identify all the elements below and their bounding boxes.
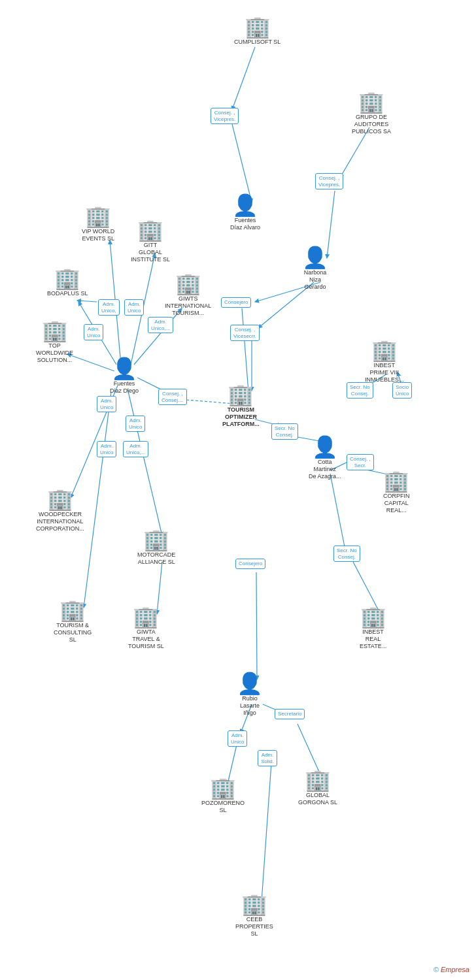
building-icon-inbest-prime: 🏢: [371, 340, 398, 361]
badge-consej-vicepres-1[interactable]: Consej. ,Vicepres.: [211, 108, 239, 124]
node-tourism-optimizer[interactable]: 🏢 TOURISMOPTIMIZERPLATFORM...: [222, 384, 260, 427]
svg-line-13: [67, 354, 114, 371]
graph-container: 🏢 CUMPLISOFT SL 🏢 GRUPO DEAUDITORESPUBLI…: [0, 0, 476, 980]
label-inbest-real: INBESTREALESTATE...: [360, 629, 386, 649]
building-icon-woodpecker: 🏢: [47, 489, 73, 510]
label-ceeb-properties: CEEBPROPERTIESSL: [235, 916, 273, 937]
label-global-gorgona: GLOBALGORGONA SL: [298, 792, 337, 806]
label-pozomoreno: POZOMORENOSL: [201, 800, 245, 814]
node-inbest-real[interactable]: 🏢 INBESTREALESTATE...: [360, 606, 386, 649]
node-ceeb-properties[interactable]: 🏢 CEEBPROPERTIESSL: [235, 894, 273, 937]
building-icon-motorcade: 🏢: [143, 529, 169, 550]
watermark-brand: Empresa: [441, 966, 469, 973]
badge-secr-no-consej-3[interactable]: Secr. NoConsej.: [333, 546, 360, 562]
node-vip-world[interactable]: 🏢 VIP WORLDEVENTS SL: [82, 206, 114, 242]
label-woodpecker: WOODPECKERINTERNATIONALCORPORATION...: [36, 511, 84, 532]
badge-secr-no-consej-2[interactable]: Secr. NoConsej.: [347, 382, 373, 399]
svg-line-18: [84, 392, 111, 608]
label-tourism-consulting: TOURISM &CONSULTINGSL: [54, 622, 92, 643]
node-giwta-travel[interactable]: 🏢 GIWTATRAVEL &TOURISM SL: [128, 606, 164, 649]
svg-line-11: [77, 301, 97, 302]
node-global-gorgona[interactable]: 🏢 GLOBALGORGONA SL: [298, 770, 337, 806]
watermark: © Empresa: [434, 966, 469, 973]
badge-adm-unico-6[interactable]: Adm.Unico: [126, 416, 145, 432]
building-icon-global-gorgona: 🏢: [305, 770, 331, 791]
label-cotta-martinez: CottaMartinezDe Azagra...: [309, 459, 341, 480]
node-rubio-lasarte[interactable]: 👤 RubioLasarteIñigo: [237, 673, 263, 716]
svg-line-5: [242, 308, 248, 392]
badge-adm-unico-8[interactable]: Adm.Unico,...: [123, 441, 148, 457]
svg-line-17: [128, 389, 162, 536]
node-cotta-martinez[interactable]: 👤 CottaMartinezDe Azagra...: [309, 436, 341, 480]
person-icon-cotta-martinez: 👤: [312, 436, 338, 457]
building-icon-giwta-travel: 🏢: [133, 606, 159, 627]
label-bodaplus: BODAPLUS SL: [47, 290, 88, 297]
node-fuentes-diego[interactable]: 👤 FuentesDiaz Diego: [110, 358, 139, 395]
svg-line-2: [340, 127, 369, 178]
label-motorcade: MOTORCADEALLIANCE SL: [137, 551, 175, 566]
person-icon-narbona: 👤: [302, 247, 328, 268]
building-icon-inbest-real: 🏢: [360, 606, 386, 627]
node-cumplisoft[interactable]: 🏢 CUMPLISOFT SL: [234, 16, 280, 46]
node-grupo-auditores[interactable]: 🏢 GRUPO DEAUDITORESPUBLICOS SA: [352, 91, 391, 135]
node-bodaplus[interactable]: 🏢 BODAPLUS SL: [47, 268, 88, 297]
building-icon-grupo-auditores: 🏢: [358, 91, 384, 112]
label-corpfin: CORPFINCAPITALREAL...: [383, 493, 410, 514]
node-woodpecker[interactable]: 🏢 WOODPECKERINTERNATIONALCORPORATION...: [36, 489, 84, 532]
building-icon-cumplisoft: 🏢: [245, 16, 271, 37]
badge-adm-solid[interactable]: Adm.Solid.: [258, 750, 277, 766]
node-giwts[interactable]: 🏢 GIWTSINTERNATIONALTOURISM...: [165, 273, 211, 316]
badge-consej-secr[interactable]: Consej. ,Secr.: [347, 454, 374, 470]
label-fuentes-alvaro: FuentesDíaz Alvaro: [230, 217, 260, 231]
badge-adm-unico-1[interactable]: Adm.Unico,: [98, 299, 120, 316]
svg-line-26: [330, 474, 345, 550]
building-icon-bodaplus: 🏢: [54, 268, 80, 289]
svg-line-32: [262, 763, 271, 902]
building-icon-top-worldwide: 🏢: [42, 320, 68, 341]
badge-adm-unico-rubio[interactable]: Adm.Unico: [228, 730, 247, 747]
badge-consej-vicesecr[interactable]: Consej. ,Vicesecrr.: [230, 325, 260, 341]
badge-socio-unico[interactable]: SocioÚnico: [392, 382, 412, 399]
badge-adm-unico-2[interactable]: Adm.Unico: [124, 299, 144, 316]
label-vip-world: VIP WORLDEVENTS SL: [82, 228, 114, 242]
node-gitt-global[interactable]: 🏢 GITTGLOBALINSTITUTE SL: [131, 220, 170, 263]
node-motorcade[interactable]: 🏢 MOTORCADEALLIANCE SL: [137, 529, 175, 566]
label-top-worldwide: TOPWORLDWIDESOLUTION...: [36, 342, 73, 363]
badge-consej-consej[interactable]: Consej. ,Consej....: [158, 389, 187, 405]
badge-adm-unico-4[interactable]: Adm.Unico,...: [148, 317, 173, 333]
node-inbest-prime[interactable]: 🏢 INBESTPRIME VIIIINMUEBLES...: [365, 340, 404, 383]
person-icon-fuentes-alvaro: 👤: [232, 195, 258, 216]
label-giwta-travel: GIWTATRAVEL &TOURISM SL: [128, 629, 164, 649]
node-corpfin[interactable]: 🏢 CORPFINCAPITALREAL...: [383, 470, 410, 514]
badge-consejero-2[interactable]: Consejero: [235, 559, 265, 569]
badge-adm-unico-7[interactable]: Adm.Unico: [97, 441, 116, 457]
building-icon-pozomoreno: 🏢: [210, 777, 236, 798]
label-narbona: NarbonaNizaGerardo: [304, 269, 327, 290]
svg-line-28: [256, 572, 257, 679]
building-icon-gitt-global: 🏢: [137, 220, 163, 240]
badge-secretario[interactable]: Secretario: [275, 709, 305, 719]
label-tourism-optimizer: TOURISMOPTIMIZERPLATFORM...: [222, 406, 260, 427]
building-icon-tourism-optimizer: 🏢: [228, 384, 254, 405]
badge-adm-unico-5[interactable]: Adm.Unico: [97, 396, 116, 412]
svg-line-1: [232, 124, 252, 203]
label-rubio-lasarte: RubioLasarteIñigo: [240, 695, 260, 716]
badge-consejero-1[interactable]: Consejero: [221, 297, 251, 308]
node-pozomoreno[interactable]: 🏢 POZOMORENOSL: [201, 777, 245, 814]
person-icon-fuentes-diego: 👤: [111, 358, 137, 379]
node-narbona[interactable]: 👤 NarbonaNizaGerardo: [302, 247, 328, 290]
label-giwts: GIWTSINTERNATIONALTOURISM...: [165, 295, 211, 316]
node-fuentes-alvaro[interactable]: 👤 FuentesDíaz Alvaro: [230, 195, 260, 231]
label-gitt-global: GITTGLOBALINSTITUTE SL: [131, 242, 170, 263]
badge-consej-vicepres-2[interactable]: Consej. ,Vicepres.: [315, 173, 343, 189]
node-top-worldwide[interactable]: 🏢 TOPWORLDWIDESOLUTION...: [36, 320, 73, 363]
badge-secr-no-consej-1[interactable]: Secr. NoConsej.: [271, 423, 298, 440]
person-icon-rubio-lasarte: 👤: [237, 673, 263, 694]
label-cumplisoft: CUMPLISOFT SL: [234, 39, 280, 46]
badge-adm-unico-3[interactable]: Adm.Unico: [84, 324, 103, 340]
label-fuentes-diego: FuentesDiaz Diego: [110, 380, 139, 395]
building-icon-ceeb-properties: 🏢: [241, 894, 267, 915]
node-tourism-consulting[interactable]: 🏢 TOURISM &CONSULTINGSL: [54, 600, 92, 643]
svg-line-0: [232, 47, 255, 110]
label-grupo-auditores: GRUPO DEAUDITORESPUBLICOS SA: [352, 114, 391, 135]
